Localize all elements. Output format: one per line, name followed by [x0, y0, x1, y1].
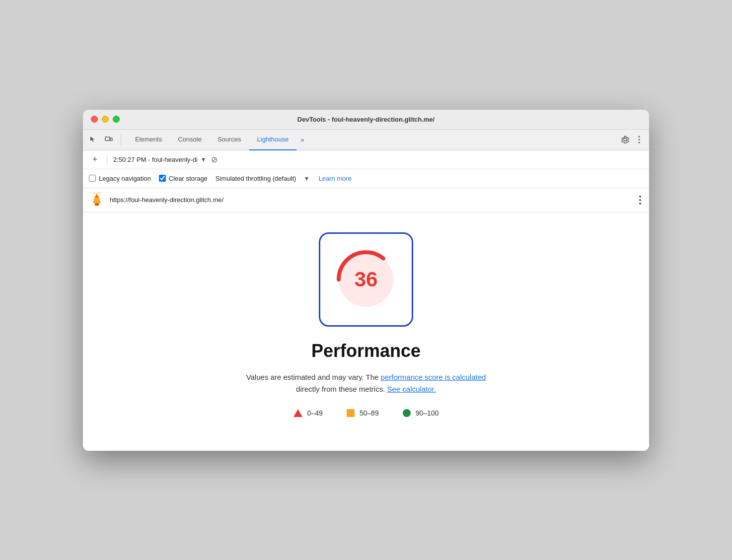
svg-point-3 [639, 139, 640, 140]
throttling-dropdown[interactable]: ▾ [305, 174, 308, 182]
inspect-icon[interactable] [87, 134, 99, 145]
main-content: 36 Performance Values are estimated and … [83, 212, 649, 451]
score-value: 36 [355, 268, 378, 291]
maximize-button[interactable] [113, 116, 120, 123]
url-more-options[interactable] [637, 194, 643, 207]
legacy-nav-checkbox[interactable] [89, 175, 96, 182]
close-button[interactable] [91, 116, 98, 123]
score-legend: 0–49 50–89 90–100 [293, 409, 439, 417]
legend-mid-label: 50–89 [360, 409, 379, 417]
tab-console[interactable]: Console [170, 130, 210, 150]
lighthouse-logo-icon [89, 192, 105, 208]
score-circle: 36 [331, 245, 401, 314]
svg-marker-5 [94, 194, 99, 198]
device-toggle-icon[interactable] [103, 134, 115, 145]
mid-score-icon [347, 409, 355, 417]
toolbar-divider [107, 154, 107, 164]
performance-description: Values are estimated and may vary. The p… [246, 371, 486, 395]
performance-title: Performance [311, 341, 421, 361]
tab-bar-right [619, 134, 645, 145]
svg-marker-6 [93, 198, 101, 203]
tab-overflow[interactable]: » [296, 129, 308, 150]
report-timestamp: 2:50:27 PM - foul-heavenly-di [113, 156, 198, 163]
tab-bar-icons [87, 134, 121, 145]
perf-score-link[interactable]: performance score is calculated [381, 373, 486, 381]
report-dropdown[interactable]: ▾ [202, 155, 205, 163]
clear-storage-checkbox[interactable] [159, 175, 166, 182]
clear-storage-option[interactable]: Clear storage [159, 175, 208, 182]
toolbar: + 2:50:27 PM - foul-heavenly-di ▾ ⊘ [83, 150, 649, 169]
tab-elements[interactable]: Elements [127, 130, 170, 150]
svg-point-2 [639, 136, 640, 138]
svg-rect-0 [105, 137, 110, 140]
devtools-window: DevTools - foul-heavenly-direction.glitc… [83, 110, 649, 451]
legend-high-label: 90–100 [416, 409, 439, 417]
svg-line-8 [92, 192, 97, 194]
window-title: DevTools - foul-heavenly-direction.glitc… [297, 116, 435, 123]
svg-rect-7 [95, 203, 99, 206]
options-bar: Legacy navigation Clear storage Simulate… [83, 169, 649, 188]
page-url: https://foul-heavenly-direction.glitch.m… [110, 196, 632, 204]
tab-sources[interactable]: Sources [210, 130, 249, 150]
url-bar: https://foul-heavenly-direction.glitch.m… [83, 188, 649, 212]
svg-rect-1 [110, 138, 112, 140]
tab-lighthouse[interactable]: Lighthouse [249, 130, 297, 150]
description-text-1: Values are estimated and may vary. The [246, 373, 379, 381]
legacy-nav-option[interactable]: Legacy navigation [89, 175, 151, 182]
settings-icon[interactable] [619, 134, 631, 145]
legend-low-label: 0–49 [307, 409, 323, 417]
throttling-label: Simulated throttling (default) [216, 175, 296, 182]
high-score-icon [403, 409, 411, 417]
svg-line-9 [97, 192, 102, 194]
traffic-lights [91, 116, 120, 123]
low-score-icon [293, 409, 302, 417]
minimize-button[interactable] [102, 116, 109, 123]
calculator-link[interactable]: See calculator. [387, 385, 436, 393]
title-bar: DevTools - foul-heavenly-direction.glitc… [83, 110, 649, 130]
legend-high: 90–100 [403, 409, 439, 417]
svg-point-4 [639, 142, 640, 143]
devtools-panel: Elements Console Sources Lighthouse » [83, 130, 649, 451]
description-text-2: directly from these metrics. [296, 385, 385, 393]
legend-mid: 50–89 [347, 409, 379, 417]
more-options-icon[interactable] [633, 134, 645, 145]
performance-score-card: 36 [319, 232, 413, 327]
learn-more-link[interactable]: Learn more [318, 175, 351, 182]
tab-bar: Elements Console Sources Lighthouse » [83, 130, 649, 150]
block-requests-icon[interactable]: ⊘ [211, 155, 218, 164]
add-report-button[interactable]: + [89, 153, 101, 165]
legend-low: 0–49 [293, 409, 323, 417]
